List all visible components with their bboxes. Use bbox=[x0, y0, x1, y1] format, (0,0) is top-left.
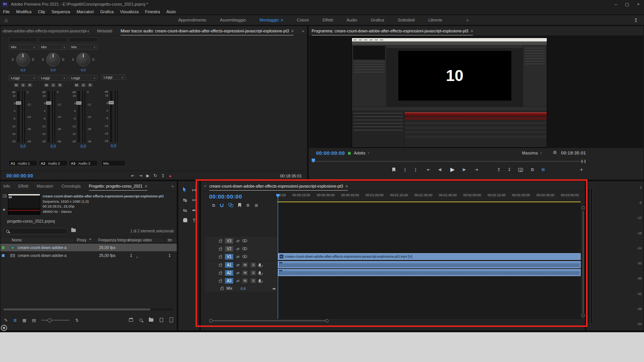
fader-handle[interactable] bbox=[76, 101, 81, 105]
freeform-view-button[interactable]: ▤ bbox=[32, 318, 36, 323]
solo-button[interactable]: S bbox=[20, 83, 26, 87]
tab-audio-track-mixer[interactable]: Mixer tracce audio: creare-count-down-ad… bbox=[121, 26, 294, 35]
poster-frame-icon[interactable] bbox=[3, 194, 6, 197]
column-proxy[interactable]: Proxy bbox=[77, 238, 87, 242]
workspace-tab-librerie[interactable]: Librerie bbox=[428, 18, 442, 22]
solo-button[interactable]: S bbox=[81, 83, 86, 87]
effects-slot[interactable] bbox=[9, 37, 37, 42]
menu-item[interactable]: Modifica bbox=[16, 9, 32, 14]
go-to-in-button[interactable]: ⇤ bbox=[131, 173, 135, 178]
eye-icon[interactable] bbox=[242, 255, 247, 258]
column-frequenza[interactable]: Frequenza fotogra bbox=[98, 238, 129, 242]
list-item-clip[interactable]: creare-count-down-adobe-a 25,00 fps 1 ∨ … bbox=[0, 252, 177, 259]
timeline-timecode[interactable]: 00:00:00:00 bbox=[209, 193, 242, 200]
mark-in-button[interactable]: { bbox=[404, 167, 406, 172]
workspace-tab-effetti[interactable]: Effetti bbox=[323, 18, 333, 22]
preview-thumbnail[interactable]: 10 bbox=[8, 194, 40, 215]
horizontal-scrollbar[interactable] bbox=[3, 309, 173, 310]
automation-mode-select[interactable]: Leggi∨ bbox=[101, 74, 125, 80]
workspace-tab-assemblaggio[interactable]: Assemblaggio bbox=[220, 18, 246, 22]
column-nome[interactable]: Nome bbox=[12, 238, 22, 242]
workspace-tab-sottotitoli[interactable]: Sottotitoli bbox=[398, 18, 415, 22]
mute-button[interactable]: M bbox=[74, 83, 80, 87]
lock-icon[interactable] bbox=[219, 248, 222, 250]
menu-item[interactable]: Clip bbox=[38, 9, 45, 14]
keyframe-nav-icons[interactable]: ◂▸ bbox=[272, 286, 276, 290]
track-target-a2[interactable]: A2 bbox=[225, 270, 233, 276]
add-marker-button[interactable] bbox=[392, 168, 395, 173]
fader-handle[interactable] bbox=[16, 101, 21, 105]
loop-button[interactable]: ↻ bbox=[154, 173, 157, 178]
go-to-out-button[interactable]: ⇥ bbox=[139, 173, 142, 178]
home-icon[interactable]: ⌂ bbox=[5, 17, 8, 23]
multicam-view-button[interactable]: ⊞ bbox=[542, 167, 545, 172]
new-item-button[interactable] bbox=[160, 318, 163, 323]
effects-slot[interactable] bbox=[39, 37, 67, 42]
project-file-name[interactable]: progetto-corso_2021.prproj bbox=[7, 219, 55, 223]
timeline-ruler[interactable]: 00:0000:00:15:0000:00:30:0000:00:45:0000… bbox=[277, 193, 579, 197]
solo-button[interactable]: S bbox=[251, 263, 256, 267]
workspace-tab-montaggio[interactable]: Montaggio≡ bbox=[260, 18, 283, 22]
video-clip-v1[interactable]: fx creare-count-down-adobe-after-effects… bbox=[278, 253, 581, 260]
program-timecode[interactable]: 00:00:00:00 bbox=[316, 150, 345, 156]
horizontal-scrollbar[interactable] bbox=[212, 320, 325, 321]
label-color-chip[interactable] bbox=[2, 254, 5, 257]
writable-pencil-icon[interactable]: ✎ bbox=[4, 318, 8, 323]
track-target-a3[interactable]: A3 bbox=[225, 278, 233, 284]
mic-icon[interactable] bbox=[259, 263, 261, 266]
comparison-view-button[interactable]: ⧉ bbox=[531, 167, 534, 172]
menu-item[interactable]: Marcatori bbox=[76, 9, 94, 14]
minimize-icon[interactable]: – bbox=[610, 0, 621, 8]
record-arm-button[interactable]: R bbox=[87, 83, 93, 87]
lock-icon[interactable] bbox=[219, 280, 222, 283]
sync-lock-icon[interactable]: ⇄ bbox=[236, 255, 239, 259]
menu-item[interactable]: Visualizza bbox=[120, 9, 139, 14]
step-forward-button[interactable]: |▶ bbox=[462, 168, 466, 171]
track-target-a1[interactable]: A1 bbox=[225, 262, 233, 268]
close-icon[interactable]: × bbox=[633, 0, 644, 8]
sync-lock-icon[interactable]: ⇄ bbox=[236, 239, 239, 243]
pan-value[interactable]: 0,0 bbox=[9, 68, 37, 72]
track-target-v3[interactable]: V3 bbox=[225, 238, 233, 244]
selection-tool[interactable] bbox=[183, 187, 187, 193]
type-tool[interactable]: T bbox=[193, 218, 196, 223]
menu-item[interactable]: File bbox=[3, 9, 10, 14]
automation-mode-select[interactable]: Leggi∨ bbox=[39, 75, 67, 81]
pan-knob[interactable] bbox=[76, 53, 90, 66]
mute-button[interactable]: M bbox=[44, 83, 49, 87]
workspace-tab-apprendimento[interactable]: Apprendimento bbox=[178, 18, 207, 22]
mute-button[interactable]: M bbox=[242, 270, 248, 275]
label-color-chip[interactable] bbox=[2, 246, 5, 249]
item-usage[interactable]: 1 bbox=[130, 253, 132, 258]
track-name[interactable]: Audio 3 bbox=[78, 161, 90, 165]
record-arm-button[interactable]: R bbox=[27, 83, 33, 87]
go-to-out-button[interactable]: ⇥ bbox=[474, 167, 478, 172]
solo-button[interactable]: S bbox=[251, 278, 256, 283]
automate-to-sequence-button[interactable] bbox=[129, 318, 133, 322]
fader-value[interactable]: 0,0 bbox=[9, 144, 37, 148]
master-name[interactable]: Mix bbox=[103, 161, 109, 165]
sync-lock-icon[interactable]: ⇄ bbox=[236, 263, 239, 267]
mute-button[interactable]: M bbox=[242, 263, 248, 267]
scrollbar-thumb[interactable] bbox=[3, 309, 150, 310]
tab-effetti[interactable]: Effetti bbox=[18, 181, 29, 191]
new-bin-button[interactable] bbox=[149, 318, 153, 322]
slip-tool[interactable]: ⇆ bbox=[183, 208, 187, 213]
automation-mode-select[interactable]: Leggi∨ bbox=[69, 75, 98, 81]
pan-value[interactable]: 0,0 bbox=[39, 68, 67, 72]
pan-value[interactable]: 0,0 bbox=[69, 68, 98, 72]
track-target-v2[interactable]: V2 bbox=[225, 246, 233, 252]
record-arm-button[interactable]: R bbox=[57, 83, 63, 87]
workspace-overflow-icon[interactable]: » bbox=[466, 18, 468, 22]
audio-clip-a1[interactable]: fx bbox=[278, 261, 581, 268]
program-scrubber[interactable] bbox=[312, 159, 586, 164]
sync-lock-icon[interactable]: ⇄ bbox=[236, 271, 239, 275]
volume-fader[interactable] bbox=[77, 90, 81, 143]
audio-clip-a2[interactable]: fx bbox=[278, 269, 581, 276]
menu-item[interactable]: Grafica bbox=[100, 9, 113, 14]
mic-icon[interactable] bbox=[259, 279, 261, 282]
hand-tool[interactable] bbox=[183, 218, 187, 223]
sync-lock-icon[interactable]: ⇄ bbox=[236, 247, 239, 251]
find-button[interactable] bbox=[139, 318, 142, 322]
zoom-handle[interactable] bbox=[584, 160, 586, 163]
